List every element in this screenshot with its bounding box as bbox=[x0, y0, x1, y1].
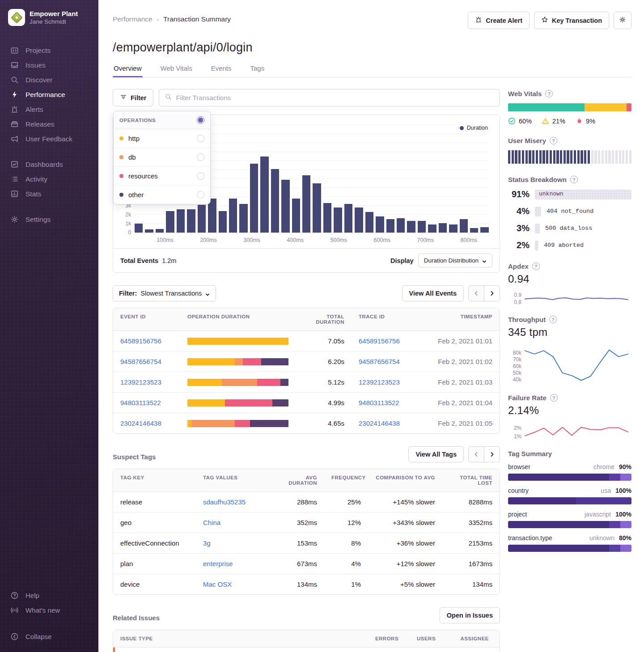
operation-option-http[interactable]: http bbox=[114, 129, 210, 148]
tag-summary-bar bbox=[508, 497, 631, 504]
pager-next-button[interactable] bbox=[484, 446, 500, 462]
histogram-bar[interactable] bbox=[344, 204, 352, 233]
histogram-bar[interactable] bbox=[229, 199, 237, 233]
tag-value-link[interactable]: sdaufhu35235 bbox=[203, 498, 246, 506]
histogram-bar[interactable] bbox=[365, 212, 373, 233]
sidebar-item-user-feedback[interactable]: User Feedback bbox=[0, 131, 98, 146]
histogram-bar[interactable] bbox=[407, 221, 415, 233]
sidebar-item-releases[interactable]: Releases bbox=[0, 117, 98, 131]
sidebar-item-settings[interactable]: Settings bbox=[0, 212, 98, 227]
sidebar-item-activity[interactable]: Activity bbox=[0, 172, 98, 186]
sidebar-item-help[interactable]: Help bbox=[0, 588, 98, 603]
tab-web-vitals[interactable]: Web Vitals bbox=[160, 64, 193, 77]
help-icon[interactable]: ? bbox=[570, 176, 578, 183]
tag-value-link[interactable]: enterprise bbox=[203, 560, 233, 567]
sidebar-item-alerts[interactable]: Alerts bbox=[0, 102, 98, 117]
trace-id-link[interactable]: 64589156756 bbox=[359, 337, 400, 345]
histogram-bar[interactable] bbox=[470, 228, 478, 233]
histogram-bar[interactable] bbox=[166, 211, 174, 233]
histogram-bar[interactable] bbox=[292, 199, 300, 233]
trace-id-link[interactable]: 12392123523 bbox=[359, 378, 400, 386]
histogram-bar[interactable] bbox=[135, 224, 143, 233]
histogram-bar[interactable] bbox=[460, 219, 468, 233]
histogram-bar[interactable] bbox=[334, 207, 342, 233]
key-transaction-button[interactable]: Key Transaction bbox=[534, 12, 609, 29]
histogram-bar[interactable] bbox=[208, 199, 216, 233]
operation-radio[interactable] bbox=[197, 153, 204, 161]
histogram-bar[interactable] bbox=[145, 229, 153, 233]
sidebar-item-projects[interactable]: Projects bbox=[0, 43, 98, 58]
histogram-bar[interactable] bbox=[187, 209, 195, 233]
operation-option-db[interactable]: db bbox=[114, 148, 210, 167]
tag-value-link[interactable]: Mac OSX bbox=[203, 580, 232, 588]
sidebar-item-discover[interactable]: Discover bbox=[0, 72, 98, 87]
event-id-link[interactable]: 64589156756 bbox=[120, 337, 161, 345]
event-id-link[interactable]: 23024146438 bbox=[120, 419, 161, 427]
sidebar-item-issues[interactable]: Issues bbox=[0, 58, 98, 72]
histogram-bar[interactable] bbox=[250, 164, 258, 233]
sidebar-item-performance[interactable]: Performance bbox=[0, 87, 98, 102]
pager-prev-button[interactable] bbox=[468, 446, 484, 462]
trace-id-link[interactable]: 94803113522 bbox=[359, 399, 399, 406]
event-id-link[interactable]: 94803113522 bbox=[120, 399, 161, 406]
histogram-bar[interactable] bbox=[302, 175, 310, 233]
histogram-bar[interactable] bbox=[260, 157, 268, 233]
breadcrumb-performance[interactable]: Performance bbox=[113, 15, 153, 23]
search-input[interactable] bbox=[176, 94, 494, 102]
view-all-events-button[interactable]: View All Events bbox=[402, 285, 464, 301]
tab-overview[interactable]: Overview bbox=[113, 64, 143, 77]
histogram-bar[interactable] bbox=[156, 229, 164, 233]
histogram-bar[interactable] bbox=[480, 227, 488, 233]
histogram-bar[interactable] bbox=[281, 180, 289, 233]
operation-radio[interactable] bbox=[197, 172, 204, 180]
histogram-bar[interactable] bbox=[386, 219, 394, 233]
display-select[interactable]: Duration Distribution bbox=[418, 254, 492, 267]
operations-dropdown-header[interactable]: OPERATIONS bbox=[114, 111, 210, 129]
histogram-bar[interactable] bbox=[239, 204, 247, 233]
histogram-bar[interactable] bbox=[439, 223, 447, 233]
sidebar-item-what-s-new[interactable]: What's new bbox=[0, 603, 98, 618]
pager-prev-button[interactable] bbox=[468, 285, 484, 301]
events-filter-select[interactable]: Filter: Slowest Transactions bbox=[113, 285, 216, 301]
operation-option-resources[interactable]: resources bbox=[114, 167, 210, 186]
open-in-issues-button[interactable]: Open in Issues bbox=[440, 607, 500, 623]
histogram-bar[interactable] bbox=[177, 209, 185, 233]
tab-tags[interactable]: Tags bbox=[250, 64, 266, 77]
histogram-bar[interactable] bbox=[219, 211, 227, 233]
event-id-link[interactable]: 12392123523 bbox=[120, 378, 161, 386]
histogram-bar[interactable] bbox=[323, 203, 331, 233]
tab-events[interactable]: Events bbox=[210, 64, 233, 77]
help-icon[interactable]: ? bbox=[545, 90, 553, 97]
operation-option-other[interactable]: other bbox=[114, 186, 210, 204]
operation-radio[interactable] bbox=[197, 191, 204, 199]
histogram-bar[interactable] bbox=[355, 207, 363, 233]
event-id-link[interactable]: 94587656754 bbox=[120, 358, 161, 365]
sidebar-item-collapse[interactable]: Collapse bbox=[0, 629, 98, 644]
trace-id-link[interactable]: 23024146438 bbox=[359, 419, 400, 427]
histogram-bar[interactable] bbox=[418, 221, 426, 233]
sidebar-item-stats[interactable]: Stats bbox=[0, 186, 98, 201]
operations-radio-selected[interactable] bbox=[197, 116, 204, 124]
histogram-bar[interactable] bbox=[397, 218, 405, 233]
help-icon[interactable]: ? bbox=[550, 137, 557, 144]
filter-button[interactable]: Filter bbox=[113, 89, 153, 106]
help-icon[interactable]: ? bbox=[549, 316, 557, 323]
histogram-bar[interactable] bbox=[449, 224, 457, 233]
help-icon[interactable]: ? bbox=[532, 262, 540, 270]
tag-value-link[interactable]: 3g bbox=[203, 539, 211, 547]
pager-next-button[interactable] bbox=[484, 285, 500, 301]
help-icon[interactable]: ? bbox=[550, 394, 558, 402]
histogram-bar[interactable] bbox=[271, 169, 279, 233]
histogram-bar[interactable] bbox=[428, 224, 436, 233]
tag-value-link[interactable]: China bbox=[203, 519, 220, 526]
org-switcher[interactable]: Empower Plant Jane Schmidt bbox=[0, 6, 98, 29]
sidebar-item-dashboards[interactable]: Dashboards bbox=[0, 157, 98, 172]
view-all-tags-button[interactable]: View All Tags bbox=[408, 446, 464, 462]
operation-radio[interactable] bbox=[197, 135, 204, 142]
settings-gear-button[interactable] bbox=[614, 12, 631, 29]
histogram-bar[interactable] bbox=[198, 205, 206, 233]
histogram-bar[interactable] bbox=[313, 183, 321, 233]
histogram-bar[interactable] bbox=[376, 216, 384, 233]
trace-id-link[interactable]: 94587656754 bbox=[359, 358, 400, 365]
create-alert-button[interactable]: Create Alert bbox=[468, 12, 530, 29]
